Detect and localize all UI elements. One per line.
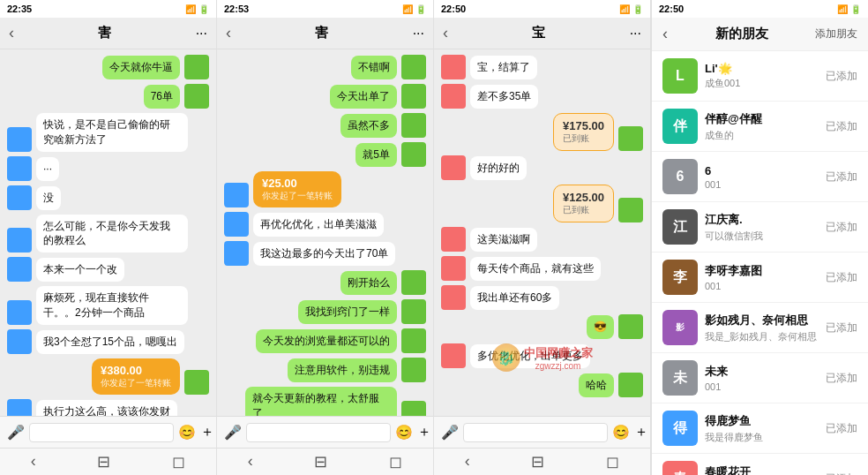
- nav-bar-1: ‹ ⊟ ◻: [0, 448, 216, 475]
- bubble-2-1: 不错啊: [351, 56, 397, 79]
- msg-3-1: 宝，结算了: [441, 55, 643, 79]
- bubble-1-4: ···: [36, 157, 59, 181]
- friend-item-6: 未 未来 001 已添加: [652, 353, 868, 403]
- avatar-2-7: [224, 241, 249, 266]
- back-button-3[interactable]: ‹: [443, 24, 448, 42]
- friend-avatar-8: 春: [662, 461, 698, 475]
- bubble-2-10: 今天发的浏览量都还可以的: [256, 329, 397, 353]
- nav-back-1[interactable]: ‹: [31, 452, 36, 471]
- bubble-2-7: 我这边最多的今天出了70单: [253, 242, 395, 266]
- friend-info-2: 6 001: [705, 164, 819, 190]
- add-icon-3[interactable]: ＋: [634, 423, 648, 441]
- friend-added-7: 已添加: [826, 421, 857, 436]
- friend-sub-2: 001: [705, 179, 819, 190]
- emoji-icon-1[interactable]: 😊: [178, 424, 196, 441]
- friend-added-2: 已添加: [826, 170, 857, 185]
- friend-avatar-0: L: [662, 58, 698, 94]
- bubble-3-7: 每天传个商品，就有这些: [470, 257, 601, 281]
- avatar-3-4: [441, 155, 466, 180]
- more-icon-3[interactable]: ···: [630, 26, 641, 41]
- avatar-2-9: [401, 299, 426, 324]
- chat-input-field-1[interactable]: [29, 423, 174, 442]
- msg-3-7: 每天传个商品，就有这些: [441, 256, 643, 281]
- bubble-1-9: 我3个全怼了15个品，嗯嘎出: [36, 330, 184, 354]
- friend-added-6: 已添加: [826, 371, 857, 386]
- battery-icon-3: 🔋: [632, 4, 643, 14]
- right-back-button[interactable]: ‹: [662, 25, 668, 43]
- nav-back-3[interactable]: ‹: [465, 452, 470, 471]
- status-bar-1: 22:35 📶 🔋: [0, 0, 216, 18]
- avatar-1-3: [7, 127, 32, 152]
- friend-avatar-1: 伴: [662, 109, 698, 144]
- friend-item-4: 李 李呀李嘉图 001 已添加: [652, 253, 868, 303]
- msg-1-6: 怎么可能，不是你今天发我的教程么: [7, 215, 209, 253]
- msg-1-5: 没: [7, 185, 209, 210]
- nav-home-3[interactable]: ⊟: [531, 452, 544, 471]
- avatar-2-2: [401, 84, 426, 109]
- nav-square-3[interactable]: ◻: [606, 452, 619, 471]
- bubble-2-6: 再优化优化，出单美滋滋: [253, 213, 384, 237]
- right-status-bar: 22:50 📶 🔋: [652, 0, 868, 18]
- emoji-icon-2[interactable]: 😊: [395, 424, 413, 441]
- back-button-1[interactable]: ‹: [9, 24, 14, 42]
- msg-3-3: ¥175.00 已到账: [441, 113, 643, 151]
- bubble-2-4: 就5单: [355, 143, 397, 167]
- friend-info-8: 春暖花开 002: [705, 464, 819, 475]
- friend-avatar-5: 影: [662, 310, 698, 345]
- add-icon-2[interactable]: ＋: [417, 423, 431, 441]
- right-signal-icon: 📶: [837, 4, 848, 14]
- chat-header-2: ‹ 害 ···: [217, 18, 433, 49]
- nav-home-1[interactable]: ⊟: [97, 452, 110, 471]
- phone-1: 22:35 📶 🔋 ‹ 害 ··· 今天就你牛逼 76单 快说，是不是自己偷偷的…: [0, 0, 217, 475]
- friend-item-5: 影 影如残月、奈何相思 我是_影如残月、奈何相思 已添加: [652, 303, 868, 353]
- friend-sub-3: 可以微信割我: [705, 230, 819, 243]
- avatar-2-3: [401, 113, 426, 138]
- nav-back-2[interactable]: ‹: [248, 452, 253, 471]
- friend-name-3: 江庆离.: [705, 212, 819, 228]
- more-icon-1[interactable]: ···: [196, 26, 207, 41]
- new-friends-title: 新的朋友: [715, 26, 768, 42]
- voice-icon-2[interactable]: 🎤: [224, 424, 242, 441]
- payment-bubble-3-5: ¥125.00 已到账: [553, 185, 614, 222]
- avatar-3-8: [441, 285, 466, 310]
- friend-info-1: 伴醇@伴醒 成鱼的: [705, 111, 819, 142]
- bubble-3-8: 我出单还有60多: [470, 286, 559, 310]
- avatar-3-5: [618, 198, 643, 222]
- voice-icon-3[interactable]: 🎤: [441, 424, 459, 441]
- friend-item-1: 伴 伴醇@伴醒 成鱼的 已添加: [652, 102, 868, 152]
- back-button-2[interactable]: ‹: [226, 24, 231, 42]
- friend-info-4: 李呀李嘉图 001: [705, 263, 819, 291]
- nav-home-2[interactable]: ⊟: [314, 452, 327, 471]
- chat-input-field-3[interactable]: [463, 423, 608, 442]
- avatar-3-10: [441, 343, 466, 368]
- chat-header-1: ‹ 害 ···: [0, 18, 216, 49]
- msg-3-4: 好的好的: [441, 155, 643, 180]
- friend-name-8: 春暖花开: [705, 464, 819, 475]
- chat-header-3: ‹ 宝 ···: [434, 18, 650, 49]
- emoji-icon-3[interactable]: 😊: [612, 424, 630, 441]
- avatar-2-4: [401, 142, 426, 167]
- payment-label-1: 你发起了一笔转账: [101, 377, 171, 389]
- time-2: 22:53: [224, 4, 249, 14]
- nav-square-2[interactable]: ◻: [389, 452, 402, 471]
- msg-2-12: 就今天更新的教程，太舒服了: [224, 387, 426, 416]
- friend-avatar-6: 未: [662, 360, 698, 396]
- add-icon-1[interactable]: ＋: [200, 423, 214, 441]
- add-friend-button[interactable]: 添加朋友: [815, 26, 857, 41]
- friend-avatar-2: 6: [662, 159, 698, 194]
- bubble-1-11: 执行力这么高，该该你发财: [36, 400, 177, 416]
- chat-input-field-2[interactable]: [246, 423, 391, 442]
- chat-body-2: 不错啊 今天出单了 虽然不多 就5单 ¥25.00 你发起了一笔转账 再优化优化…: [217, 49, 433, 416]
- msg-2-9: 我找到窍门了一样: [224, 299, 426, 324]
- more-icon-2[interactable]: ···: [413, 26, 424, 41]
- msg-2-4: 就5单: [224, 142, 426, 167]
- friend-info-0: Li'🌟 成鱼001: [705, 62, 819, 90]
- nav-square-1[interactable]: ◻: [172, 452, 185, 471]
- signal-icon-2: 📶: [402, 4, 413, 14]
- voice-icon-1[interactable]: 🎤: [7, 424, 25, 441]
- bubble-3-10: 多优化优化，出单更多: [470, 344, 590, 368]
- friend-name-2: 6: [705, 164, 819, 177]
- signal-icon-3: 📶: [619, 4, 630, 14]
- friend-name-6: 未来: [705, 364, 819, 380]
- right-battery-icon: 🔋: [850, 4, 861, 14]
